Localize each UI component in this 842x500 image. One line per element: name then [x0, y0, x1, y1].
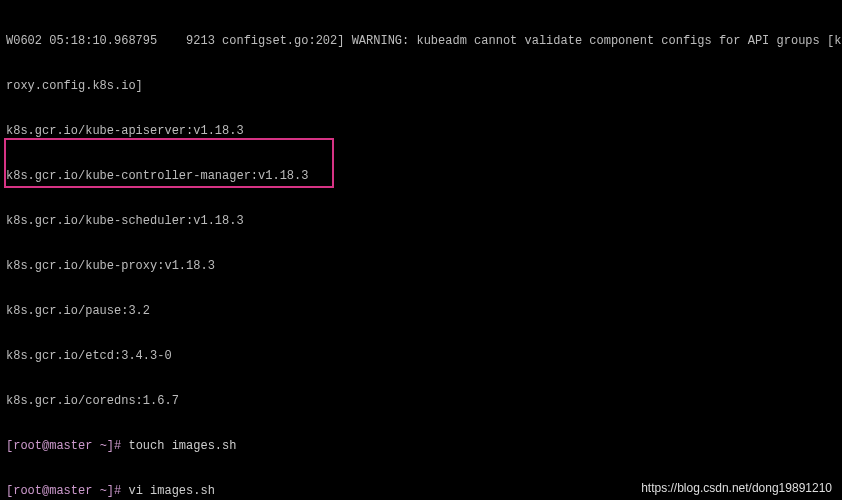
- terminal-line: k8s.gcr.io/coredns:1.6.7: [6, 394, 836, 409]
- terminal-line: W0602 05:18:10.968795 9213 configset.go:…: [6, 34, 836, 49]
- watermark-text: https://blog.csdn.net/dong19891210: [641, 481, 832, 496]
- terminal-line: k8s.gcr.io/kube-scheduler:v1.18.3: [6, 214, 836, 229]
- highlight-annotation: [4, 138, 334, 188]
- terminal-line: k8s.gcr.io/pause:3.2: [6, 304, 836, 319]
- prompt-line: [root@master ~]# touch images.sh: [6, 439, 836, 454]
- terminal-line: k8s.gcr.io/etcd:3.4.3-0: [6, 349, 836, 364]
- terminal-line: k8s.gcr.io/kube-apiserver:v1.18.3: [6, 124, 836, 139]
- terminal-output[interactable]: W0602 05:18:10.968795 9213 configset.go:…: [0, 0, 842, 500]
- terminal-line: roxy.config.k8s.io]: [6, 79, 836, 94]
- terminal-line: k8s.gcr.io/kube-proxy:v1.18.3: [6, 259, 836, 274]
